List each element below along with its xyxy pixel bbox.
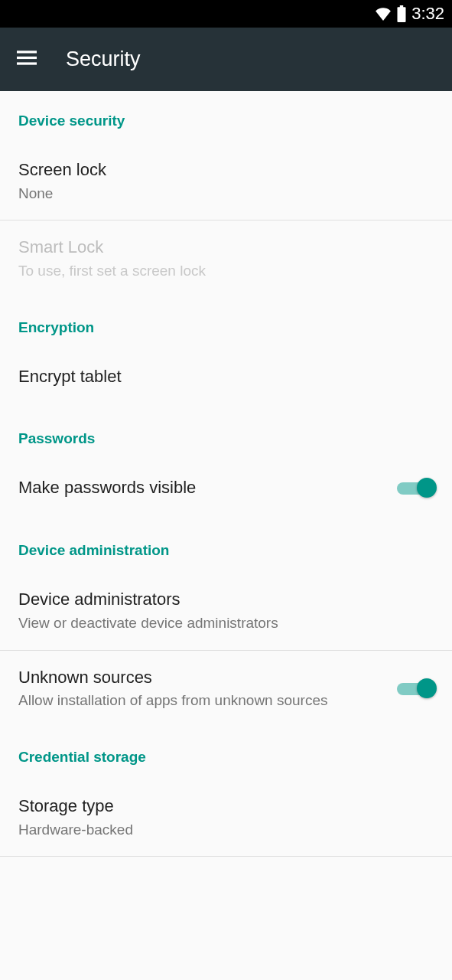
setting-title: Device administrators [18, 588, 426, 611]
status-bar: 3:32 [0, 0, 452, 28]
setting-smart-lock: Smart Lock To use, first set a screen lo… [0, 220, 452, 297]
battery-icon [396, 5, 407, 22]
menu-icon[interactable] [17, 51, 37, 69]
toggle-make-passwords-visible[interactable] [397, 477, 434, 498]
setting-device-administrators[interactable]: Device administrators View or deactivate… [0, 567, 452, 649]
setting-title: Storage type [18, 795, 426, 818]
setting-title: Smart Lock [18, 236, 426, 259]
setting-unknown-sources[interactable]: Unknown sources Allow installation of ap… [0, 651, 452, 727]
section-header-device-administration: Device administration [0, 521, 452, 567]
setting-subtitle: To use, first set a screen lock [18, 262, 426, 281]
setting-title: Make passwords visible [18, 476, 389, 499]
settings-list: Device security Screen lock None Smart L… [0, 91, 452, 857]
page-title: Security [66, 47, 141, 71]
setting-encrypt-tablet[interactable]: Encrypt tablet [0, 344, 452, 410]
section-header-encryption: Encryption [0, 298, 452, 344]
svg-rect-3 [17, 56, 37, 58]
section-header-passwords: Passwords [0, 409, 452, 455]
setting-value: None [18, 185, 426, 204]
setting-value: Hardware-backed [18, 821, 426, 840]
section-header-credential-storage: Credential storage [0, 727, 452, 773]
svg-rect-0 [398, 7, 406, 22]
svg-rect-4 [17, 62, 37, 64]
status-time: 3:32 [411, 4, 444, 24]
app-bar: Security [0, 28, 452, 91]
setting-title: Encrypt tablet [18, 365, 426, 388]
divider [0, 856, 452, 857]
setting-make-passwords-visible[interactable]: Make passwords visible [0, 455, 452, 521]
wifi-icon [375, 7, 392, 21]
setting-subtitle: View or deactivate device administrators [18, 614, 426, 633]
svg-rect-1 [400, 5, 403, 8]
setting-screen-lock[interactable]: Screen lock None [0, 137, 452, 220]
setting-title: Unknown sources [18, 666, 389, 689]
setting-subtitle: Allow installation of apps from unknown … [18, 691, 389, 710]
toggle-unknown-sources[interactable] [397, 678, 434, 699]
svg-rect-2 [17, 51, 37, 53]
setting-storage-type[interactable]: Storage type Hardware-backed [0, 773, 452, 856]
section-header-device-security: Device security [0, 91, 452, 137]
setting-title: Screen lock [18, 158, 426, 181]
